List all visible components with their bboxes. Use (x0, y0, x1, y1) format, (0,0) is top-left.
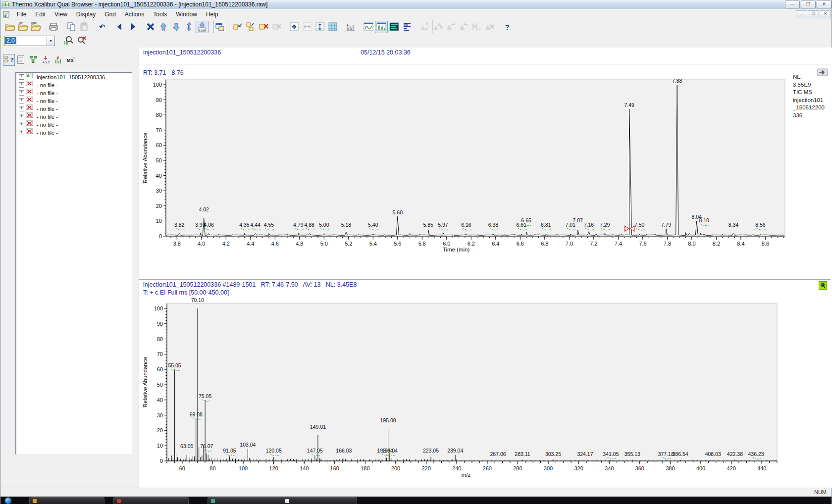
help-button[interactable]: ? (501, 21, 514, 33)
menu-grid[interactable]: Grid (100, 9, 120, 19)
svg-text:20: 20 (157, 427, 163, 433)
svg-text:40: 40 (157, 397, 163, 403)
taskbar-button-2[interactable] (113, 497, 189, 504)
tree-item-7[interactable]: +- no file - (16, 129, 132, 136)
spectrum-plot[interactable]: 0102030405060708090100608010012014016018… (139, 280, 831, 488)
scale-combo[interactable]: 2.0 ▼ (4, 36, 55, 46)
svg-text:303.25: 303.25 (545, 451, 561, 457)
paste-icon (79, 21, 90, 32)
tree-item-label: - no file - (37, 90, 58, 96)
zoom-reset-button[interactable] (75, 35, 88, 47)
svg-text:320: 320 (574, 465, 583, 471)
svg-text:240: 240 (452, 465, 461, 471)
svg-text:103.04: 103.04 (240, 442, 256, 448)
expand-icon[interactable]: + (19, 98, 24, 103)
peaks-tab[interactable] (52, 54, 64, 66)
peak-clear-button (483, 21, 496, 33)
svg-text:280: 280 (513, 465, 522, 471)
svg-text:7.6: 7.6 (639, 241, 646, 247)
taskbar (0, 497, 832, 504)
taskbar-button-1[interactable] (29, 497, 104, 504)
svg-text:5.97: 5.97 (438, 222, 448, 228)
menu-view[interactable]: View (50, 9, 72, 19)
chevron-down-icon[interactable]: ▼ (47, 37, 54, 45)
peak-up-icon (419, 21, 430, 32)
child-minimize-button[interactable]: — (796, 10, 807, 18)
svg-text:6.0: 6.0 (443, 241, 450, 247)
svg-text:55.05: 55.05 (168, 362, 181, 368)
svg-text:70: 70 (157, 351, 163, 357)
file-tree[interactable]: +injection101_150512200336+- no file -+-… (15, 72, 132, 454)
menu-edit[interactable]: Edit (31, 9, 50, 19)
title-bar[interactable]: Thermo Xcalibur Qual Browser - injection… (0, 0, 832, 9)
scale-value: 2.0 (5, 37, 16, 44)
expand-icon[interactable]: + (19, 114, 24, 119)
svg-text:40: 40 (156, 173, 162, 179)
svg-text:6.65: 6.65 (521, 217, 532, 223)
svg-text:223.05: 223.05 (423, 448, 439, 454)
expand-icon[interactable]: + (19, 130, 24, 135)
svg-text:8.4: 8.4 (737, 241, 744, 247)
info-tab[interactable]: ? (3, 54, 15, 66)
cell-divider[interactable] (139, 279, 831, 280)
expand-icon[interactable]: + (19, 122, 24, 127)
svg-text:149.01: 149.01 (310, 424, 326, 430)
svg-text:260: 260 (483, 465, 492, 471)
chromatogram-plot[interactable]: 01020304050607080901003.84.04.24.44.64.8… (139, 48, 831, 280)
zoom-toolbar: 2.0 ▼ (0, 34, 832, 48)
num-lock-indicator: NUM (810, 489, 827, 495)
menu-window[interactable]: Window (171, 9, 202, 19)
svg-text:5.18: 5.18 (341, 222, 352, 228)
expand-icon[interactable]: + (19, 90, 24, 96)
svg-text:30: 30 (156, 188, 162, 194)
menu-actions[interactable]: Actions (120, 9, 149, 19)
svg-text:90: 90 (156, 97, 162, 103)
svg-text:4.4: 4.4 (247, 241, 254, 247)
start-button[interactable] (4, 497, 12, 504)
svg-text:10: 10 (157, 443, 163, 449)
svg-text:3.82: 3.82 (174, 222, 185, 228)
svg-text:120.05: 120.05 (266, 448, 282, 454)
minimize-button[interactable]: — (785, 0, 800, 8)
menu-bar: FileEditViewDisplayGridActionsToolsWindo… (0, 9, 832, 20)
menu-display[interactable]: Display (72, 9, 100, 19)
child-restore-button[interactable]: ❐ (808, 10, 819, 18)
svg-text:69.08: 69.08 (190, 411, 203, 417)
close-button[interactable]: ✕ (817, 0, 832, 8)
peak-subtract-button (457, 21, 470, 33)
restore-button[interactable]: ❐ (801, 0, 816, 8)
svg-text:8.0: 8.0 (688, 241, 695, 247)
svg-text:340: 340 (605, 465, 614, 471)
taskbar-button-4[interactable] (282, 497, 357, 504)
svg-text:5.40: 5.40 (368, 222, 378, 228)
sidebar-tabstrip: ?A,X,ZMSn (3, 54, 77, 66)
svg-text:7.0: 7.0 (566, 241, 573, 247)
svg-text:341.05: 341.05 (603, 451, 619, 457)
expand-icon[interactable]: + (19, 106, 24, 111)
svg-text:8.6: 8.6 (762, 241, 769, 247)
grid-tab[interactable] (15, 54, 27, 66)
peak-m-icon (471, 21, 482, 32)
expand-icon[interactable]: + (19, 74, 24, 80)
taskbar-button-3[interactable] (208, 497, 283, 504)
ranges-tab[interactable]: A,X,Z (40, 54, 52, 66)
application-window: Thermo Xcalibur Qual Browser - injection… (0, 0, 832, 504)
menu-help[interactable]: Help (202, 9, 223, 19)
zoom-peaks-button[interactable] (62, 35, 75, 47)
msn-tab[interactable]: MSn (65, 54, 77, 66)
map-tab[interactable] (28, 54, 40, 66)
child-close-button[interactable]: ✕ (820, 10, 831, 18)
menu-file[interactable]: File (12, 9, 31, 19)
tree-item-label: - no file - (37, 122, 58, 128)
svg-text:100: 100 (239, 465, 248, 471)
fit-width-button (301, 21, 313, 33)
svg-text:60: 60 (157, 366, 163, 372)
menu-items: FileEditViewDisplayGridActionsToolsWindo… (12, 11, 223, 18)
svg-text:3.8: 3.8 (173, 241, 181, 247)
svg-text:5.85: 5.85 (423, 222, 433, 228)
expand-icon[interactable]: + (19, 82, 24, 88)
menu-tools[interactable]: Tools (149, 9, 171, 19)
svg-text:20: 20 (156, 203, 162, 209)
tree-item-label: - no file - (37, 114, 58, 120)
document-icon (3, 11, 9, 18)
